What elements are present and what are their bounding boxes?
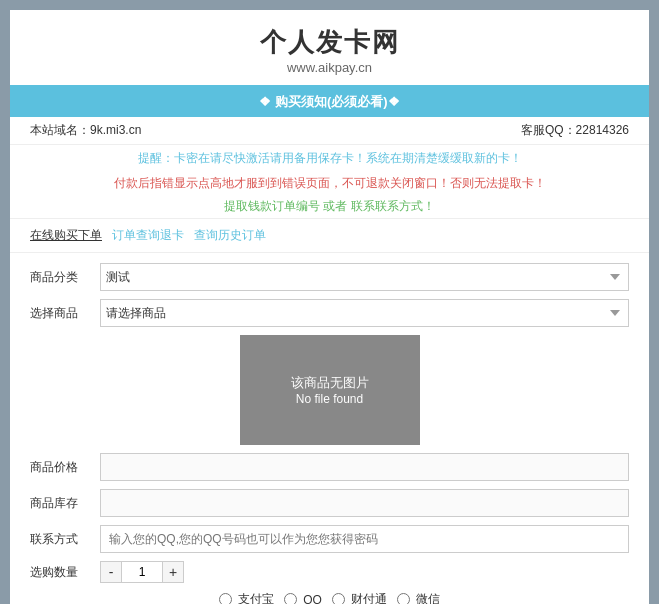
- form-section: 商品分类 测试 选择商品 请选择商品 该商品无图片 No file found …: [10, 253, 649, 604]
- tenpay-label: 财付通: [351, 591, 387, 604]
- qty-input[interactable]: [122, 561, 162, 583]
- no-image-en: No file found: [296, 392, 363, 406]
- alipay-label: 支付宝: [238, 591, 274, 604]
- stock-row: 商品库存: [30, 489, 629, 517]
- qty-plus-button[interactable]: +: [162, 561, 184, 583]
- payment-tenpay[interactable]: 财付通: [332, 591, 387, 604]
- price-input: [100, 453, 629, 481]
- payment-qq[interactable]: QQ: [284, 591, 322, 604]
- stock-label: 商品库存: [30, 495, 100, 512]
- category-select[interactable]: 测试: [100, 263, 629, 291]
- tabs-row: 在线购买下单 订单查询退卡 查询历史订单: [10, 218, 649, 253]
- product-select[interactable]: 请选择商品: [100, 299, 629, 327]
- price-row: 商品价格: [30, 453, 629, 481]
- contact-row: 联系方式: [30, 525, 629, 553]
- product-row: 选择商品 请选择商品: [30, 299, 629, 327]
- price-label: 商品价格: [30, 459, 100, 476]
- site-title: 个人发卡网: [20, 25, 639, 60]
- tab-buy[interactable]: 在线购买下单: [30, 227, 102, 244]
- stock-input: [100, 489, 629, 517]
- notice-bar: ❖ 购买须知(必须必看)❖: [10, 87, 649, 117]
- contact-label: 联系方式: [30, 531, 100, 548]
- site-url: www.aikpay.cn: [20, 60, 639, 75]
- contact-info: 客服QQ：22814326: [521, 122, 629, 139]
- contact-input[interactable]: [100, 525, 629, 553]
- qty-minus-button[interactable]: -: [100, 561, 122, 583]
- payment-row: 支付宝 QQ 财付通 微信: [30, 591, 629, 604]
- tab-query[interactable]: 订单查询退卡: [112, 227, 184, 244]
- qq-radio[interactable]: [284, 593, 297, 604]
- product-image-box: 该商品无图片 No file found: [240, 335, 420, 445]
- warning2: 付款后指错显示点高地才服到到错误页面，不可退款关闭窗口！否则无法提取卡！: [10, 172, 649, 195]
- category-row: 商品分类 测试: [30, 263, 629, 291]
- warning1: 提醒：卡密在请尽快激活请用备用保存卡！系统在期清楚缓缓取新的卡！: [10, 145, 649, 172]
- main-container: ❖ 购买须知(必须必看)❖ 本站域名：9k.mi3.cn 客服QQ：228143…: [10, 87, 649, 604]
- product-label: 选择商品: [30, 305, 100, 322]
- site-domain: 本站域名：9k.mi3.cn: [30, 122, 141, 139]
- qty-label: 选购数量: [30, 564, 100, 581]
- category-label: 商品分类: [30, 269, 100, 286]
- warning3: 提取钱款订单编号 或者 联系联系方式！: [10, 195, 649, 218]
- info-row: 本站域名：9k.mi3.cn 客服QQ：22814326: [10, 117, 649, 145]
- qq-label: QQ: [303, 593, 322, 604]
- payment-alipay[interactable]: 支付宝: [219, 591, 274, 604]
- header: 个人发卡网 www.aikpay.cn: [10, 10, 649, 87]
- qty-row: 选购数量 - +: [30, 561, 629, 583]
- wechat-radio[interactable]: [397, 593, 410, 604]
- tenpay-radio[interactable]: [332, 593, 345, 604]
- wechat-label: 微信: [416, 591, 440, 604]
- payment-wechat[interactable]: 微信: [397, 591, 440, 604]
- no-image-cn: 该商品无图片: [291, 374, 369, 392]
- tab-history[interactable]: 查询历史订单: [194, 227, 266, 244]
- page-wrapper: 个人发卡网 www.aikpay.cn ❖ 购买须知(必须必看)❖ 本站域名：9…: [10, 10, 649, 604]
- alipay-radio[interactable]: [219, 593, 232, 604]
